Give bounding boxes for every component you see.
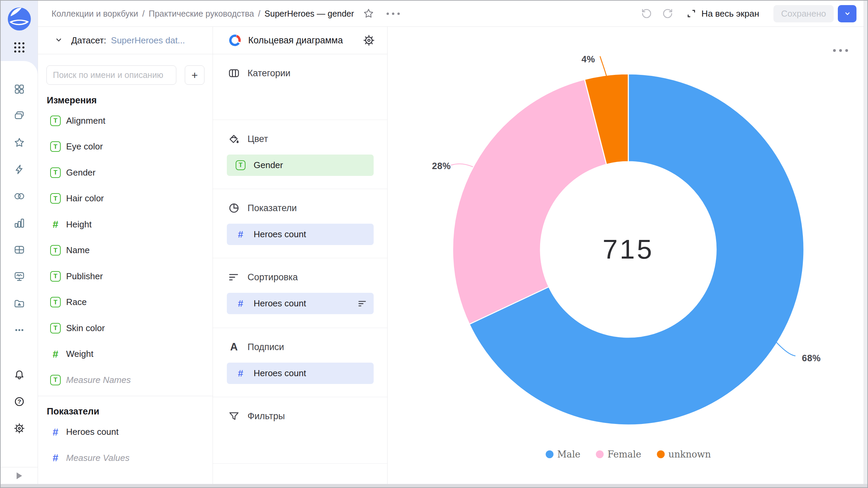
- measures-list: #Heroes count#Measure Values: [38, 419, 213, 471]
- field-publisher[interactable]: TPublisher: [38, 263, 213, 289]
- field-height[interactable]: #Height: [38, 211, 213, 238]
- string-field-icon: T: [50, 245, 61, 256]
- field-measure-values[interactable]: #Measure Values: [38, 445, 213, 471]
- chart-type-label[interactable]: Кольцевая диаграмма: [248, 35, 343, 46]
- rail-item-settings[interactable]: [14, 423, 25, 434]
- donut-slice-female[interactable]: [453, 79, 607, 324]
- rail-item-dashboards[interactable]: [14, 271, 25, 282]
- rail-item-quick[interactable]: [14, 164, 25, 175]
- field-eye-color[interactable]: TEye color: [38, 134, 213, 160]
- datalens-logo[interactable]: [7, 7, 31, 31]
- dataset-panel: Датасет: SuperHeroes dat... + Измерения …: [38, 27, 213, 488]
- field-name: Measure Values: [66, 453, 130, 463]
- filters-label: Фильтры: [248, 411, 285, 422]
- legend-item-male[interactable]: Male: [546, 449, 580, 460]
- labels-field-chip[interactable]: # Heroes count: [227, 363, 374, 384]
- folders-icon: [14, 110, 25, 122]
- save-dropdown-button[interactable]: [838, 5, 856, 22]
- chart-settings-button[interactable]: [363, 34, 375, 46]
- number-field-icon: #: [236, 299, 245, 308]
- rail-item-favorites[interactable]: [14, 137, 25, 148]
- apps-grid-icon[interactable]: [13, 41, 25, 54]
- rail-item-connections[interactable]: [14, 190, 25, 202]
- redo-button[interactable]: [662, 8, 673, 19]
- add-field-button[interactable]: +: [185, 65, 204, 85]
- string-field-icon: T: [50, 297, 61, 307]
- favorite-star-button[interactable]: [363, 8, 374, 19]
- rail-item-notifications[interactable]: [14, 369, 25, 381]
- chart-legend: Male Female unknown: [546, 449, 711, 460]
- section-color[interactable]: Цвет T Gender: [213, 120, 387, 189]
- star-icon: [363, 8, 374, 19]
- rail-item-more[interactable]: [14, 324, 25, 336]
- circles-icon: [14, 190, 25, 202]
- chevron-down-icon: [843, 9, 852, 18]
- sorting-field-chip[interactable]: # Heroes count: [227, 293, 374, 314]
- more-dots-icon: [14, 324, 25, 336]
- horizontal-scrollbar[interactable]: [1, 484, 867, 487]
- dataset-header: Датасет: SuperHeroes dat...: [38, 27, 213, 54]
- dataset-link[interactable]: SuperHeroes dat...: [111, 35, 185, 46]
- field-weight[interactable]: #Weight: [38, 341, 213, 367]
- sort-order-icon[interactable]: [357, 299, 368, 309]
- color-field-chip[interactable]: T Gender: [227, 155, 374, 176]
- field-hair-color[interactable]: THair color: [38, 186, 213, 212]
- connector-female: [451, 164, 473, 167]
- donut-chart-type-icon[interactable]: [228, 33, 242, 47]
- rail-item-collections[interactable]: [14, 110, 25, 122]
- rail-collapse-button[interactable]: [1, 467, 38, 484]
- breadcrumb-collections[interactable]: Коллекции и воркбуки: [52, 9, 138, 19]
- more-menu-button[interactable]: [384, 11, 402, 17]
- rail-item-datasets[interactable]: [14, 244, 25, 256]
- number-field-icon: #: [50, 453, 61, 463]
- dataset-collapse-button[interactable]: [54, 36, 64, 45]
- number-field-icon: #: [50, 349, 61, 359]
- legend-item-female[interactable]: Female: [596, 449, 642, 460]
- chip-label: Heroes count: [254, 368, 306, 379]
- section-categories[interactable]: Категории: [213, 54, 387, 120]
- breadcrumb-separator: /: [258, 9, 260, 19]
- left-rail: ?: [1, 1, 38, 487]
- section-measures[interactable]: Показатели # Heroes count: [213, 189, 387, 258]
- app-window: ? Коллекции и воркбуки / Практические ру…: [0, 0, 868, 488]
- color-label: Цвет: [248, 134, 268, 144]
- search-input[interactable]: [46, 65, 176, 85]
- bar-chart-icon: [14, 217, 25, 229]
- bell-icon: [14, 369, 25, 381]
- section-sorting[interactable]: Сортировка # Heroes count: [213, 258, 387, 328]
- funnel-icon: [228, 410, 240, 422]
- donut-total: 715: [603, 234, 654, 265]
- pie-chart-icon: [228, 202, 240, 214]
- field-alignment[interactable]: TAlignment: [38, 108, 213, 134]
- section-filters[interactable]: Фильтры: [213, 397, 387, 464]
- legend-dot-male: [546, 450, 553, 458]
- categories-label: Категории: [248, 68, 291, 79]
- labels-a-icon: A: [228, 341, 240, 353]
- field-heroes-count[interactable]: #Heroes count: [38, 419, 213, 445]
- fullscreen-icon[interactable]: [686, 8, 697, 19]
- field-name: Gender: [66, 167, 96, 178]
- field-name[interactable]: TName: [38, 238, 213, 264]
- vertical-scrollbar[interactable]: [864, 1, 867, 487]
- measures-field-chip[interactable]: # Heroes count: [227, 224, 374, 245]
- string-field-icon: T: [50, 323, 61, 333]
- legend-item-unknown[interactable]: unknown: [657, 449, 711, 460]
- field-skin-color[interactable]: TSkin color: [38, 315, 213, 341]
- redo-icon: [662, 8, 673, 19]
- undo-button[interactable]: [641, 8, 652, 19]
- section-labels[interactable]: A Подписи # Heroes count: [213, 328, 387, 397]
- field-race[interactable]: TRace: [38, 289, 213, 316]
- rail-item-charts[interactable]: [14, 217, 25, 229]
- fullscreen-label[interactable]: На весь экран: [702, 8, 759, 19]
- field-gender[interactable]: TGender: [38, 160, 213, 186]
- rail-item-grid[interactable]: [14, 83, 25, 95]
- string-field-icon: T: [50, 375, 61, 385]
- breadcrumb-guides[interactable]: Практические руководства: [149, 9, 254, 19]
- saved-button[interactable]: Сохранено: [773, 5, 834, 22]
- field-measure-names[interactable]: TMeasure Names: [38, 367, 213, 393]
- rail-item-help[interactable]: ?: [14, 396, 25, 407]
- field-name: Name: [66, 245, 90, 256]
- field-name: Alignment: [66, 116, 105, 126]
- legend-dot-unknown: [657, 450, 665, 458]
- rail-item-storage[interactable]: [14, 298, 25, 309]
